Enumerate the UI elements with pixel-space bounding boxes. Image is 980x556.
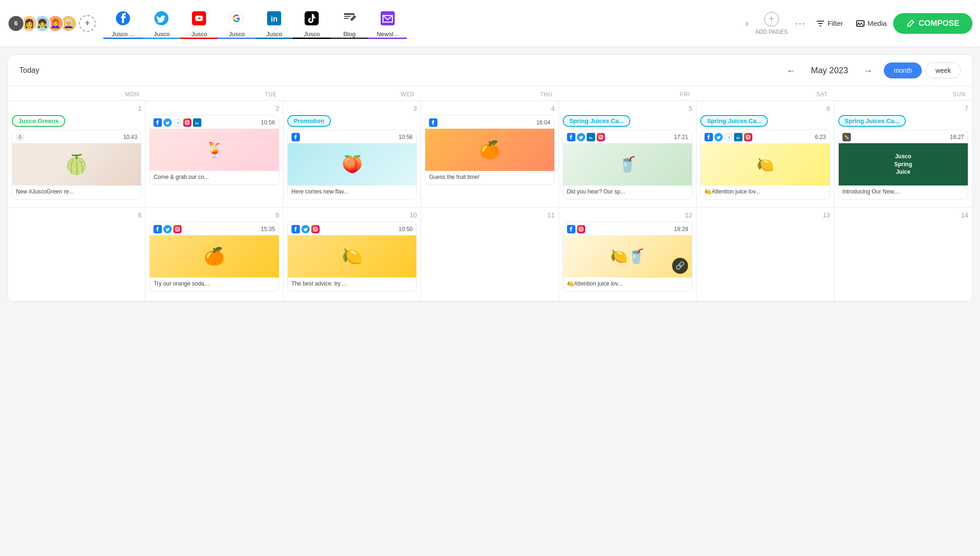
newsletter-icon xyxy=(381,11,395,29)
month-year-label: May 2023 xyxy=(801,66,858,76)
avatars-group: 6 👩 👧 👩‍🦰 👩‍🦳 + xyxy=(8,15,96,32)
week-2: 8 9 15: xyxy=(8,208,972,301)
post-icons-tue2: in xyxy=(153,118,201,127)
tab-tiktok[interactable]: Jusco xyxy=(293,8,330,39)
post-time-fri5: 17:21 xyxy=(674,134,688,140)
li-icon-fri5: in xyxy=(587,133,595,141)
tab-blog[interactable]: Blog xyxy=(330,8,368,39)
tab-youtube[interactable]: Jusco xyxy=(180,8,218,39)
post-caption-thu4: Guess the fruit time! xyxy=(425,171,554,185)
filter-icon xyxy=(816,19,825,28)
blog-icon-sun7: ✏️ xyxy=(842,133,851,141)
post-card-mon1-header: 10:43 xyxy=(12,130,141,143)
prev-month-button[interactable]: ← xyxy=(786,65,796,76)
tag-jusco-greens[interactable]: Jusco Greens xyxy=(12,115,65,127)
avatar-count[interactable]: 6 xyxy=(8,15,24,32)
post-card-wed10[interactable]: 10:50 🍋 The best advice: try ... xyxy=(287,222,417,292)
post-card-fri5[interactable]: in 17:21 🥤 Did you hear? Our sp... xyxy=(563,130,692,200)
post-img-fri5: 🥤 xyxy=(563,143,692,185)
svg-text:in: in xyxy=(271,15,277,23)
tag-spring-sun[interactable]: Spring Juices Ca... xyxy=(838,115,906,127)
cell-tue-9: 9 15:35 🍊 xyxy=(145,208,283,301)
today-button[interactable]: Today xyxy=(19,66,39,75)
post-card-sun7[interactable]: ✏️ 16:27 JuscoSpringJuice Introducing Ou… xyxy=(838,130,968,200)
post-caption-tue9: Try our orange soda.... xyxy=(150,278,278,291)
g-icon-sat6 xyxy=(724,133,733,141)
add-user-button[interactable]: + xyxy=(79,15,96,32)
tab-google[interactable]: Jusco xyxy=(218,8,255,39)
header-fri: FRI xyxy=(559,86,697,101)
post-card-tue2[interactable]: in 10:56 🍹 Come & grab our co... xyxy=(149,115,279,185)
day-num-1: 1 xyxy=(12,105,141,112)
header-sat: SAT xyxy=(697,86,834,101)
svg-rect-26 xyxy=(597,134,604,140)
tab-twitter[interactable]: Jusco xyxy=(143,8,180,39)
tab-google-label: Jusco xyxy=(229,31,245,38)
media-button[interactable]: Media xyxy=(850,15,893,31)
svg-point-17 xyxy=(189,121,189,121)
tab-facebook[interactable]: Jusco ... xyxy=(103,8,143,39)
next-month-button[interactable]: → xyxy=(863,65,873,76)
post-card-tue9-header: 15:35 xyxy=(150,222,278,235)
day-num-12: 12 xyxy=(563,211,692,219)
add-pages-button[interactable]: + ADD PAGES xyxy=(751,8,791,39)
post-icons-sun7: ✏️ xyxy=(842,133,851,141)
post-card-wed3[interactable]: 10:56 🍑 Here comes new flav... xyxy=(287,130,417,200)
post-caption-sun7: Introducing Our New,... xyxy=(839,185,968,199)
svg-rect-34 xyxy=(745,134,751,140)
post-time-sun7: 16:27 xyxy=(950,134,964,140)
tab-newsletter-label: Newsl... xyxy=(376,31,398,38)
cell-sun-14: 14 xyxy=(835,208,972,301)
post-card-tue2-header: in 10:56 xyxy=(150,116,278,129)
cell-sat-13: 13 xyxy=(697,208,834,301)
top-nav: 6 👩 👧 👩‍🦰 👩‍🦳 + Jusco ... Jusco Jusco xyxy=(0,0,980,47)
more-options-button[interactable]: ··· xyxy=(791,14,810,32)
tab-newsletter[interactable]: Newsl... xyxy=(368,8,406,39)
tab-linkedin[interactable]: in Jusco xyxy=(255,8,293,39)
tab-youtube-label: Jusco xyxy=(191,31,207,38)
day-num-14: 14 xyxy=(838,211,968,219)
post-card-sat6[interactable]: in 6:23 🍋 🍋Attention juice lov... xyxy=(700,130,830,200)
post-time-sat6: 6:23 xyxy=(815,134,826,140)
linkedin-icon: in xyxy=(267,11,281,29)
post-caption-wed3: Here comes new flav... xyxy=(288,185,416,199)
post-card-fri12[interactable]: 18:29 🍋🥤 🔗 🍋Attention juice lov... xyxy=(563,222,692,292)
header-tue: TUE xyxy=(145,86,283,101)
tag-promotion[interactable]: Promotion xyxy=(287,115,331,127)
fb-icon-wed10 xyxy=(291,225,300,233)
post-img-sun7: JuscoSpringJuice xyxy=(839,143,968,185)
fb-icon-tue9 xyxy=(153,225,162,233)
ig-icon-sat6 xyxy=(744,133,752,141)
tabs-scroll-right[interactable]: › xyxy=(743,17,751,30)
media-icon xyxy=(856,19,865,28)
day-num-11: 11 xyxy=(425,211,554,219)
facebook-icon xyxy=(116,11,130,29)
post-time-tue2: 10:56 xyxy=(261,119,275,126)
post-card-thu4[interactable]: 16:04 🍊 Guess the fruit time! xyxy=(425,115,554,185)
post-card-tue9[interactable]: 15:35 🍊 Try our orange soda.... xyxy=(149,222,279,292)
day-num-13: 13 xyxy=(700,211,830,219)
month-view-button[interactable]: month xyxy=(884,62,922,78)
svg-text:in: in xyxy=(589,136,592,140)
post-img-sat6: 🍋 xyxy=(701,143,829,185)
week-view-button[interactable]: week xyxy=(926,62,961,78)
tag-spring-fri[interactable]: Spring Juices Ca... xyxy=(563,115,630,127)
tab-tiktok-label: Jusco xyxy=(304,31,320,38)
filter-button[interactable]: Filter xyxy=(810,15,850,31)
fb-icon-sat6 xyxy=(704,133,713,141)
compose-icon xyxy=(906,19,915,28)
svg-rect-2 xyxy=(192,11,206,25)
day-num-6: 6 xyxy=(700,105,830,112)
cell-thu-11: 11 xyxy=(421,208,559,301)
tag-spring-sat[interactable]: Spring Juices Ca... xyxy=(700,115,768,127)
youtube-icon xyxy=(192,11,206,29)
tiktok-icon xyxy=(305,11,319,29)
add-pages-label: ADD PAGES xyxy=(755,29,788,35)
li-icon-tue2: in xyxy=(193,118,201,127)
post-card-mon1[interactable]: 10:43 🍈 New #JuscoGreen re... xyxy=(12,130,141,200)
cell-sat-6: 6 Spring Juices Ca... xyxy=(697,101,834,208)
fb-icon-thu4 xyxy=(429,118,437,127)
tw-icon-wed10 xyxy=(301,225,310,233)
post-card-sat6-header: in 6:23 xyxy=(701,130,829,143)
compose-button[interactable]: COMPOSE xyxy=(893,13,972,34)
